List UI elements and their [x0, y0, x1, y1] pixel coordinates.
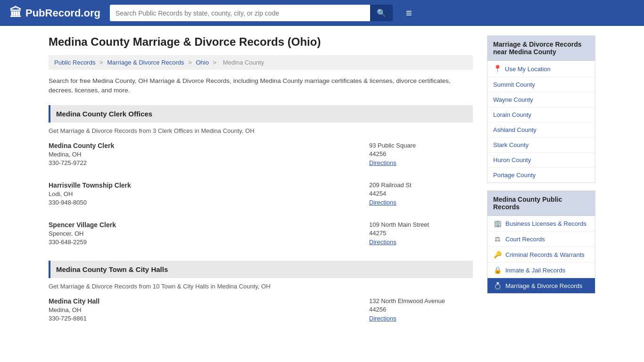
logo-text: PubRecord.org	[25, 7, 100, 19]
nearby-records-box: Marriage & Divorce Records near Medina C…	[487, 35, 595, 183]
cityhall-entry-1-right: 132 North Elmwood Avenue 44256 Direction…	[369, 297, 473, 322]
location-icon: 📍	[493, 65, 502, 73]
nearby-county-6[interactable]: Portage County	[487, 168, 595, 182]
court-icon: ⚖	[493, 235, 502, 243]
clerk-entry-1-right: 93 Public Square 44256 Directions	[369, 142, 473, 166]
search-input[interactable]	[110, 5, 370, 21]
nearby-county-5[interactable]: Huron County	[487, 153, 595, 168]
page-title: Medina County Marriage & Divorce Records…	[49, 35, 473, 49]
clerk-entry-2-right: 209 Railroad St 44254 Directions	[369, 181, 473, 206]
clerk-3-directions[interactable]: Directions	[369, 239, 396, 246]
nearby-list: 📍 Use My Location Summit County Wayne Co…	[487, 61, 595, 182]
clerk-section-subtext: Get Marriage & Divorce Records from 3 Cl…	[49, 127, 473, 134]
marriage-icon: 💍	[493, 282, 502, 289]
breadcrumb: Public Records > Marriage & Divorce Reco…	[49, 55, 473, 70]
cityhall-1-directions[interactable]: Directions	[369, 315, 396, 322]
main-container: Medina County Marriage & Divorce Records…	[39, 26, 605, 346]
breadcrumb-medina: Medina County	[223, 59, 264, 66]
nearby-county-link-4[interactable]: Stark County	[493, 141, 528, 148]
clerk-entry-3: Spencer Village Clerk Spencer, OH 330-64…	[49, 221, 473, 250]
pub-rec-1[interactable]: ⚖ Court Records	[487, 231, 595, 247]
nearby-county-link-3[interactable]: Ashland County	[493, 126, 537, 133]
clerk-2-name: Harrisville Township Clerk	[49, 181, 369, 189]
clerk-1-directions[interactable]: Directions	[369, 159, 396, 166]
logo-link[interactable]: 🏛 PubRecord.org	[9, 6, 100, 20]
clerk-entry-1-left: Medina County Clerk Medina, OH 330-725-9…	[49, 142, 369, 166]
clerk-3-city: Spencer, OH	[49, 230, 369, 237]
nearby-county-0[interactable]: Summit County	[487, 77, 595, 92]
use-location-link[interactable]: Use My Location	[505, 66, 551, 73]
pub-rec-link-2[interactable]: Criminal Records & Warrants	[505, 251, 585, 258]
clerk-1-phone: 330-725-9722	[49, 159, 369, 166]
pub-rec-link-0[interactable]: Business Licenses & Records	[505, 220, 586, 227]
public-records-list: 🏢 Business Licenses & Records ⚖ Court Re…	[487, 216, 595, 293]
nearby-county-4[interactable]: Stark County	[487, 138, 595, 153]
search-bar: 🔍	[110, 5, 393, 21]
site-header: 🏛 PubRecord.org 🔍 ≡	[0, 0, 644, 26]
nearby-county-2[interactable]: Lorain County	[487, 107, 595, 123]
clerk-3-address: 109 North Main Street	[369, 221, 473, 228]
city-halls-section-subtext: Get Marriage & Divorce Records from 10 T…	[49, 283, 473, 290]
nearby-records-header: Marriage & Divorce Records near Medina C…	[487, 36, 595, 61]
clerk-entry-3-left: Spencer Village Clerk Spencer, OH 330-64…	[49, 221, 369, 246]
nearby-county-1[interactable]: Wayne County	[487, 92, 595, 107]
clerk-entry-1: Medina County Clerk Medina, OH 330-725-9…	[49, 142, 473, 171]
cityhall-1-phone: 330-725-8861	[49, 315, 369, 322]
breadcrumb-sep-3: >	[213, 59, 218, 66]
pub-rec-3[interactable]: 🔒 Inmate & Jail Records	[487, 263, 595, 278]
clerk-2-zip: 44254	[369, 190, 473, 197]
clerk-3-phone: 330-648-2259	[49, 239, 369, 246]
nearby-county-link-6[interactable]: Portage County	[493, 172, 536, 179]
sidebar: Marriage & Divorce Records near Medina C…	[487, 35, 595, 337]
cityhall-1-address: 132 North Elmwood Avenue	[369, 297, 473, 304]
pub-rec-link-1[interactable]: Court Records	[505, 236, 545, 243]
pub-rec-2[interactable]: 🔑 Criminal Records & Warrants	[487, 247, 595, 263]
clerk-1-address: 93 Public Square	[369, 142, 473, 149]
clerk-2-city: Lodi, OH	[49, 190, 369, 197]
clerk-2-address: 209 Railroad St	[369, 181, 473, 189]
criminal-icon: 🔑	[493, 251, 502, 258]
content-area: Medina County Marriage & Divorce Records…	[49, 35, 473, 337]
breadcrumb-public-records[interactable]: Public Records	[54, 59, 95, 66]
public-records-box: Medina County Public Records 🏢 Business …	[487, 190, 595, 294]
clerk-2-directions[interactable]: Directions	[369, 199, 396, 206]
logo-icon: 🏛	[9, 6, 22, 20]
clerk-3-name: Spencer Village Clerk	[49, 221, 369, 229]
breadcrumb-sep-1: >	[99, 59, 105, 66]
pub-rec-link-4[interactable]: Marriage & Divorce Records	[505, 282, 582, 289]
nearby-county-link-5[interactable]: Huron County	[493, 156, 531, 164]
inmate-icon: 🔒	[493, 266, 502, 274]
breadcrumb-ohio[interactable]: Ohio	[196, 59, 208, 66]
pub-rec-link-3[interactable]: Inmate & Jail Records	[505, 267, 565, 274]
cityhall-entry-1-left: Medina City Hall Medina, OH 330-725-8861	[49, 297, 369, 322]
city-halls-section-header: Medina County Town & City Halls	[49, 261, 473, 278]
clerk-1-city: Medina, OH	[49, 151, 369, 158]
clerk-entry-2: Harrisville Township Clerk Lodi, OH 330-…	[49, 181, 473, 211]
cityhall-1-city: Medina, OH	[49, 306, 369, 313]
clerk-entry-2-left: Harrisville Township Clerk Lodi, OH 330-…	[49, 181, 369, 206]
cityhall-1-name: Medina City Hall	[49, 297, 369, 305]
clerk-2-phone: 330-948-8050	[49, 199, 369, 206]
clerk-entry-3-right: 109 North Main Street 44275 Directions	[369, 221, 473, 246]
nearby-county-3[interactable]: Ashland County	[487, 123, 595, 138]
nearby-county-link-0[interactable]: Summit County	[493, 81, 535, 88]
menu-button[interactable]: ≡	[402, 6, 416, 20]
search-button[interactable]: 🔍	[370, 5, 393, 21]
business-icon: 🏢	[493, 220, 502, 227]
cityhall-entry-1: Medina City Hall Medina, OH 330-725-8861…	[49, 297, 473, 327]
breadcrumb-sep-2: >	[188, 59, 193, 66]
cityhall-1-zip: 44256	[369, 306, 473, 313]
breadcrumb-marriage-records[interactable]: Marriage & Divorce Records	[107, 59, 184, 66]
clerk-3-zip: 44275	[369, 230, 473, 237]
pub-rec-0[interactable]: 🏢 Business Licenses & Records	[487, 216, 595, 231]
clerk-1-zip: 44256	[369, 150, 473, 157]
pub-rec-4[interactable]: 💍 Marriage & Divorce Records	[487, 278, 595, 293]
nearby-county-link-1[interactable]: Wayne County	[493, 96, 533, 103]
clerk-section-header: Medina County Clerk Offices	[49, 105, 473, 123]
search-icon: 🔍	[377, 9, 386, 17]
nearby-county-link-2[interactable]: Lorain County	[493, 111, 531, 118]
use-location-item[interactable]: 📍 Use My Location	[487, 61, 595, 77]
clerk-1-name: Medina County Clerk	[49, 142, 369, 149]
page-description: Search for free Medina County, OH Marria…	[49, 76, 473, 96]
public-records-header: Medina County Public Records	[487, 191, 595, 216]
